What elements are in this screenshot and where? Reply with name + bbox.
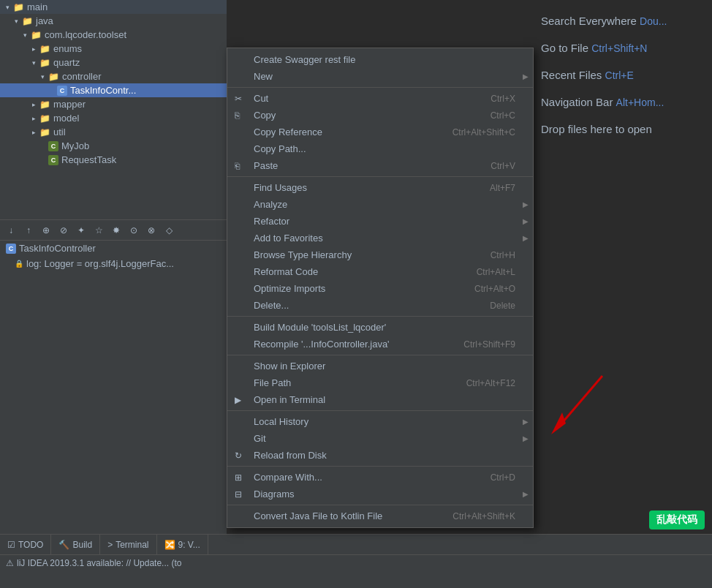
menu-item[interactable]: Analyze▶ [227, 196, 533, 213]
structure-item[interactable]: 🔒log: Logger = org.slf4j.LoggerFac... [0, 256, 227, 271]
menu-item[interactable]: Find UsagesAlt+F7 [227, 179, 533, 196]
menu-shortcut: Ctrl+Alt+Shift+K [438, 511, 515, 521]
menu-item[interactable]: Create Swagger rest file [227, 51, 533, 68]
menu-item[interactable]: Delete...Delete [227, 297, 533, 314]
tree-item[interactable]: ▸📁util [0, 125, 227, 139]
menu-item[interactable]: ▶Open in Terminal [227, 391, 533, 408]
menu-item[interactable]: Recompile '...InfoController.java'Ctrl+S… [227, 336, 533, 353]
status-tab[interactable]: 🔨Build [51, 535, 100, 555]
menu-item[interactable]: ✂CutCtrl+X [227, 90, 533, 107]
menu-item[interactable]: Copy ReferenceCtrl+Alt+Shift+C [227, 124, 533, 140]
menu-icon: ⊟ [235, 489, 242, 500]
tree-arrow-icon: ▾ [20, 31, 29, 39]
menu-item[interactable]: Convert Java File to Kotlin FileCtrl+Alt… [227, 508, 533, 524]
tree-item-label: com.lqcoder.toolset [45, 29, 126, 40]
menu-item[interactable]: ⊞Compare With...Ctrl+D [227, 469, 533, 486]
tree-arrow-icon [38, 142, 47, 151]
menu-item[interactable]: Copy Path... [227, 140, 533, 157]
menu-item[interactable]: File PathCtrl+Alt+F12 [227, 374, 533, 391]
menu-item[interactable]: Build Module 'toolsList_lqcoder' [227, 319, 533, 336]
menu-item[interactable]: ⎘CopyCtrl+C [227, 107, 533, 124]
menu-item-label: Recompile '...InfoController.java' [254, 339, 390, 350]
status-info: ⚠liJ IDEA 2019.3.1 available: // Update.… [0, 555, 712, 571]
tree-item[interactable]: CRequestTask [0, 153, 227, 167]
status-tab[interactable]: 🔀9: V... [157, 535, 208, 555]
menu-item-label: Paste [254, 160, 278, 171]
tree-item-label: controller [62, 71, 101, 82]
folder-icon: 📁 [13, 2, 24, 12]
toolbar-button[interactable]: ◇ [161, 222, 177, 238]
right-panel-item-label: Navigation Bar [541, 96, 613, 108]
toolbar-button[interactable]: ✦ [73, 222, 89, 238]
menu-item[interactable]: ⎗PasteCtrl+V [227, 157, 533, 174]
tree-item[interactable]: ▸📁model [0, 111, 227, 125]
tree-item[interactable]: ▸📁enums [0, 42, 227, 56]
tree-item-label: util [53, 127, 66, 137]
toolbar-button[interactable]: ✸ [108, 222, 124, 238]
tree-item[interactable]: CMyJob [0, 139, 227, 153]
menu-item[interactable]: Git▶ [227, 430, 533, 447]
menu-item[interactable]: Browse Type HierarchyCtrl+H [227, 246, 533, 263]
toolbar-button[interactable]: ⊗ [143, 222, 159, 238]
status-text: liJ IDEA 2019.3.1 available: // Update..… [17, 558, 181, 568]
tab-label: TODO [18, 540, 43, 550]
menu-item-label: Optimize Imports [254, 283, 325, 294]
menu-shortcut: Delete [475, 301, 515, 311]
status-tab[interactable]: ☑TODO [0, 535, 51, 555]
menu-item[interactable]: ↻Reload from Disk [227, 447, 533, 464]
menu-item[interactable]: Local History▶ [227, 413, 533, 430]
menu-item[interactable]: Refactor▶ [227, 213, 533, 230]
class-icon: C [6, 244, 16, 254]
tree-item[interactable]: ▾📁main [0, 0, 227, 14]
tab-icon: ☑ [7, 540, 15, 550]
menu-separator [227, 316, 533, 317]
menu-item-label: Copy [254, 110, 276, 121]
toolbar-button[interactable]: ☆ [91, 222, 107, 238]
folder-icon: 📁 [31, 30, 42, 40]
folder-icon: 📁 [39, 44, 50, 54]
menu-item[interactable]: Show in Explorer [227, 358, 533, 374]
tree-arrow-icon [38, 156, 47, 165]
menu-shortcut: Ctrl+D [476, 472, 515, 483]
menu-icon: ⊞ [235, 472, 242, 483]
menu-item-label: File Path [254, 377, 291, 388]
submenu-arrow-icon: ▶ [523, 217, 529, 225]
menu-item-label: Reformat Code [254, 266, 318, 277]
menu-item[interactable]: ⊟Diagrams▶ [227, 486, 533, 502]
menu-item-label: Copy Reference [254, 127, 322, 137]
structure-item[interactable]: CTaskInfoController [0, 241, 227, 256]
toolbar-strip: ↓↑⊕⊘✦☆✸⊙⊗◇ [0, 219, 227, 240]
tree-item[interactable]: CTaskInfoContr... [0, 83, 227, 97]
class-icon-green: C [48, 155, 58, 165]
tree-item[interactable]: ▾📁controller [0, 69, 227, 83]
menu-item[interactable]: Optimize ImportsCtrl+Alt+O [227, 280, 533, 297]
right-panel-item-label: Search Everywhere [541, 15, 637, 27]
tree-item[interactable]: ▾📁com.lqcoder.toolset [0, 28, 227, 42]
wechat-label: 乱敲代码 [656, 513, 697, 525]
class-icon-green: C [48, 141, 58, 151]
toolbar-button[interactable]: ↓ [3, 222, 19, 238]
tree-item[interactable]: ▾📁quartz [0, 56, 227, 69]
tree-arrow-icon [47, 86, 56, 95]
tab-icon: > [107, 540, 113, 550]
submenu-arrow-icon: ▶ [523, 490, 529, 498]
toolbar-button[interactable]: ⊕ [38, 222, 54, 238]
tree-item-label: enums [53, 43, 82, 54]
tree-arrow-icon: ▸ [29, 45, 38, 53]
right-panel-item: Go to File Ctrl+Shift+N [541, 42, 700, 54]
tree-item-label: RequestTask [61, 154, 116, 165]
menu-item[interactable]: Reformat CodeCtrl+Alt+L [227, 263, 533, 280]
tree-item[interactable]: ▸📁mapper [0, 97, 227, 111]
menu-item[interactable]: New▶ [227, 68, 533, 85]
toolbar-button[interactable]: ⊘ [56, 222, 72, 238]
menu-item-label: Refactor [254, 216, 289, 227]
menu-shortcut: Ctrl+Alt+L [462, 267, 515, 277]
menu-item[interactable]: Add to Favorites▶ [227, 230, 533, 246]
menu-shortcut: Ctrl+Alt+Shift+C [438, 127, 515, 137]
status-tab[interactable]: >Terminal [100, 535, 156, 555]
toolbar-button[interactable]: ↑ [20, 222, 37, 238]
menu-icon: ✂ [235, 94, 242, 104]
folder-icon: 📁 [39, 127, 50, 137]
tree-item[interactable]: ▾📁java [0, 14, 227, 28]
toolbar-button[interactable]: ⊙ [126, 222, 142, 238]
